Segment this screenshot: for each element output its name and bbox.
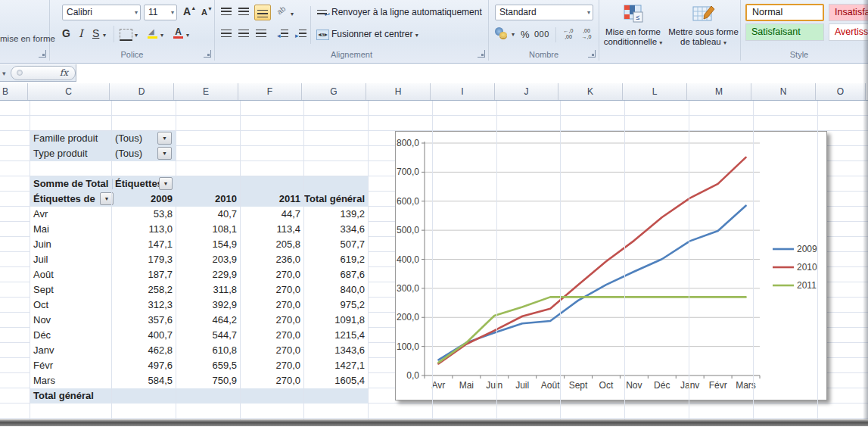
insert-function-button[interactable]: fx [11, 66, 76, 80]
sheet-grid[interactable]: Famille produit (Tous) ▼ Type produit (T… [0, 101, 868, 419]
font-name-value: Calibri [67, 7, 92, 17]
percent-style-button[interactable]: % [521, 29, 530, 40]
chevron-down-icon[interactable]: ▾ [723, 39, 726, 46]
format-as-table-button[interactable]: Mettre sous forme de tableau ▾ [667, 0, 741, 61]
fill-color-button[interactable]: ◢ [147, 27, 158, 39]
formula-input[interactable] [76, 64, 868, 83]
bold-button[interactable]: G [62, 27, 70, 39]
filter-type-dropdown-button[interactable]: ▼ [157, 147, 172, 160]
align-bottom-button[interactable] [254, 5, 271, 20]
cell-value: 236,0 [237, 252, 300, 267]
column-header-J[interactable]: J [495, 83, 558, 100]
cell-value: 147,1 [109, 237, 173, 252]
pivot-row-juil[interactable]: Juil179,3203,9236,0619,2 [30, 252, 369, 267]
pivot-row-juin[interactable]: Juin147,1154,9205,8507,7 [30, 237, 369, 252]
chevron-down-icon[interactable]: ▾ [659, 39, 662, 46]
gridline [496, 101, 497, 419]
column-header-H[interactable]: H [366, 83, 431, 100]
pivot-row-janv[interactable]: Janv462,8610,8270,01343,6 [30, 343, 369, 358]
chart-canvas: 0,0100,0200,0300,0400,0500,0600,0700,080… [396, 132, 826, 400]
align-right-button[interactable] [256, 29, 266, 40]
column-header-I[interactable]: I [431, 83, 495, 100]
column-header-E[interactable]: E [174, 83, 238, 100]
column-header-M[interactable]: M [687, 83, 751, 100]
shrink-font-button[interactable]: A▼ [201, 6, 213, 17]
cell-value: 840,0 [300, 282, 365, 298]
column-header-O[interactable]: O [816, 83, 866, 100]
chevron-down-icon[interactable]: ▾ [415, 32, 418, 39]
chevron-down-icon[interactable]: ▾ [186, 32, 189, 39]
cell-value: 544,7 [173, 328, 237, 343]
cell-value: 139,2 [300, 207, 365, 222]
column-header-L[interactable]: L [623, 83, 687, 100]
chevron-down-icon[interactable]: ▾ [135, 5, 138, 20]
chevron-down-icon[interactable]: ▾ [171, 5, 174, 20]
borders-button[interactable] [120, 29, 132, 41]
column-header-B[interactable]: B [0, 83, 28, 100]
chevron-down-icon[interactable]: ▾ [135, 32, 138, 39]
chevron-down-icon[interactable]: ▾ [587, 5, 590, 20]
gridline [432, 101, 433, 419]
format-painter-label[interactable]: mise en forme [0, 30, 55, 47]
merge-center-button[interactable]: Fusionner et centrer ▾ [331, 26, 418, 44]
italic-button[interactable]: I [79, 27, 83, 39]
pivot-row-août[interactable]: Août187,7229,9270,0687,6 [30, 267, 369, 282]
name-box-arrow-icon[interactable]: ▾ [2, 70, 6, 77]
font-size-combo[interactable]: 11 ▾ [144, 5, 177, 20]
align-top-button[interactable] [221, 7, 232, 18]
font-name-combo[interactable]: Calibri ▾ [62, 5, 141, 20]
dialog-launcher-icon[interactable] [39, 50, 46, 58]
cell-value: 40,7 [173, 207, 237, 222]
cell-value: 270,0 [237, 313, 300, 328]
gridline [176, 101, 176, 419]
pivot-row-déc[interactable]: Déc400,7544,7270,01215,4 [30, 328, 369, 343]
wrap-text-button[interactable]: Renvoyer à la ligne automatiquement [331, 4, 482, 20]
pivot-row-mars[interactable]: Mars584,5750,9270,01605,4 [30, 373, 369, 388]
pivot-row-oct[interactable]: Oct312,3392,9270,0975,2 [30, 298, 369, 313]
number-format-combo[interactable]: Standard ▾ [495, 5, 593, 20]
decrease-decimal-button[interactable]: ,00 →,0 [578, 28, 595, 40]
format-as-table-icon [692, 5, 715, 24]
grow-font-button[interactable]: A▲ [183, 5, 196, 17]
pivot-row-avr[interactable]: Avr53,840,744,7139,2 [30, 207, 369, 222]
style-chip-satisfaisant[interactable]: Satisfaisant [745, 23, 824, 41]
line-chart[interactable]: 0,0100,0200,0300,0400,0500,0600,0700,080… [395, 131, 827, 400]
style-chip-normal[interactable]: Normal [745, 4, 824, 21]
increase-indent-button[interactable]: ▸ [295, 29, 306, 40]
font-color-button[interactable]: A [173, 26, 184, 39]
dialog-launcher-icon[interactable] [478, 50, 485, 58]
chevron-down-icon[interactable]: ▾ [291, 11, 294, 17]
align-center-button[interactable] [238, 29, 249, 40]
align-middle-button[interactable] [238, 7, 249, 18]
pivot-row-mai[interactable]: Mai113,0108,1113,4334,6 [30, 222, 369, 237]
dialog-launcher-icon[interactable] [204, 50, 211, 58]
conditional-formatting-button[interactable]: ≤ Mise en forme conditionnelle ▾ [599, 0, 667, 61]
column-header-C[interactable]: C [28, 83, 110, 100]
pivot-row-sept[interactable]: Sept258,2311,8270,0840,0 [30, 282, 369, 298]
chevron-down-icon[interactable]: ▾ [160, 32, 163, 39]
column-header-K[interactable]: K [558, 83, 623, 100]
filter-family-dropdown-button[interactable]: ▼ [157, 132, 172, 145]
currency-button[interactable] [495, 27, 509, 39]
x-axis-label: Oct [599, 380, 614, 391]
dialog-launcher-icon[interactable] [588, 50, 596, 58]
chevron-down-icon[interactable]: ▾ [512, 31, 515, 38]
chevron-down-icon[interactable]: ▾ [103, 32, 106, 39]
align-left-button[interactable] [221, 29, 232, 40]
group-label-number: Nombre [489, 50, 599, 59]
column-header-D[interactable]: D [110, 83, 174, 100]
pivot-row-nov[interactable]: Nov357,6464,2270,01091,8 [30, 313, 369, 328]
column-header-G[interactable]: G [302, 83, 366, 100]
pivot-row-févr[interactable]: Févr497,6659,5270,01427,1 [30, 358, 369, 373]
pivot-header-row-2: Étiquettes de ▼ 2009 2010 2011 Total gén… [30, 192, 369, 207]
col-labels-dropdown-button[interactable]: ▼ [159, 177, 173, 190]
column-header-N[interactable]: N [751, 83, 816, 100]
x-axis-label: Mai [459, 380, 474, 391]
increase-decimal-button[interactable]: ←,0 ,00 [560, 28, 577, 40]
comma-style-button[interactable]: 000 [534, 30, 549, 39]
column-header-F[interactable]: F [238, 83, 302, 100]
underline-button[interactable]: S [92, 27, 99, 39]
cell-value: 659,5 [173, 358, 237, 373]
orientation-button[interactable]: ab [275, 5, 288, 17]
decrease-indent-button[interactable]: ◂ [277, 29, 288, 40]
